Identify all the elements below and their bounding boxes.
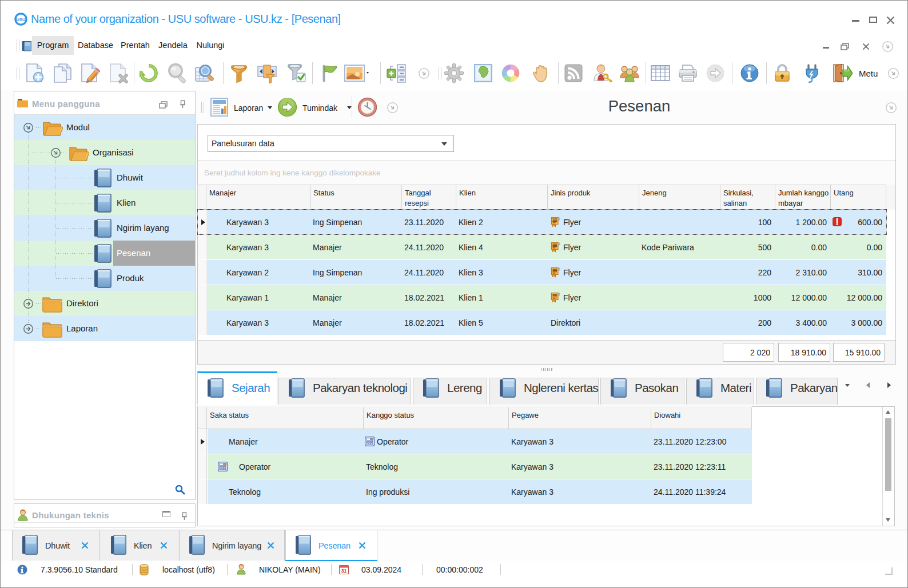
svg-text:USU: USU <box>17 17 26 22</box>
svg-text:31: 31 <box>341 568 347 574</box>
